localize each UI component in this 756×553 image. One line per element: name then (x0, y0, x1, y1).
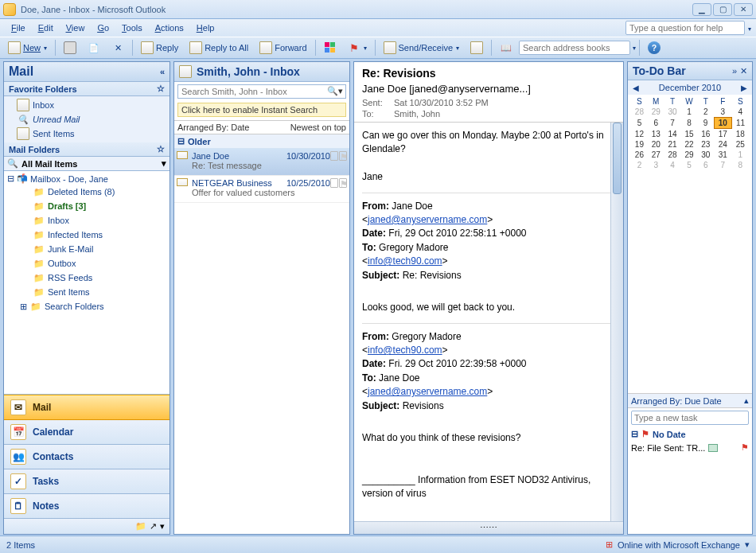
address-search-input[interactable] (519, 41, 630, 55)
calendar-day[interactable]: 24 (714, 139, 731, 150)
calendar-day[interactable]: 15 (681, 129, 698, 140)
calendar-day[interactable]: 31 (714, 150, 731, 160)
calendar-day[interactable]: 16 (697, 129, 714, 140)
fav-inbox[interactable]: Inbox (17, 98, 166, 112)
maximize-button[interactable]: ▢ (713, 3, 732, 16)
calendar-day[interactable]: 3 (648, 160, 664, 170)
folder-inbox[interactable]: 📁 Inbox (7, 213, 166, 228)
calendar-day[interactable]: 30 (664, 107, 681, 118)
calendar-day[interactable]: 29 (648, 107, 664, 118)
wunderbar-contacts[interactable]: 👥Contacts (4, 445, 170, 469)
category-placeholder[interactable] (330, 151, 338, 161)
folder-infected-items[interactable]: 📁 Infected Items (7, 228, 166, 242)
calendar-day[interactable]: 6 (648, 118, 664, 129)
calendar-day[interactable]: 13 (648, 129, 664, 140)
task-item[interactable]: Re: File Sent: TR... ⚑ (628, 441, 752, 454)
configure-buttons[interactable]: ▾ (160, 521, 165, 532)
search-icon[interactable]: 🔍▾ (327, 86, 343, 96)
calendar-day[interactable]: 28 (631, 107, 648, 118)
menu-file[interactable]: File (5, 21, 32, 34)
calendar-day[interactable]: 26 (631, 150, 648, 160)
group-older[interactable]: ⊟ Older (174, 134, 349, 149)
menu-help[interactable]: Help (190, 21, 221, 34)
calendar-day[interactable]: 5 (631, 118, 648, 129)
task-group-nodate[interactable]: ⊟ ⚑ No Date (628, 427, 752, 441)
folder-drafts[interactable]: 📁 Drafts [3] (7, 199, 166, 213)
calendar-day[interactable]: 23 (697, 139, 714, 150)
calendar-day[interactable]: 5 (681, 160, 698, 170)
prev-month-button[interactable]: ◀ (633, 84, 639, 92)
status-menu-button[interactable]: ▾ (745, 539, 750, 550)
calendar-day[interactable]: 6 (697, 160, 714, 170)
calendar-day[interactable]: 14 (664, 129, 681, 140)
menu-view[interactable]: View (60, 21, 92, 34)
task-arrange-header[interactable]: Arranged By: Due Date▴ (628, 393, 752, 408)
email-link[interactable]: info@tech90.com (368, 345, 442, 356)
fav-unread[interactable]: 🔍Unread Mail (17, 112, 166, 127)
address-book-button[interactable]: 📖 (495, 39, 517, 56)
calendar-day[interactable]: 29 (681, 150, 698, 160)
folder-junk-e-mail[interactable]: 📁 Junk E-Mail (7, 242, 166, 256)
print-button[interactable] (59, 39, 81, 56)
calendar-day[interactable]: 22 (681, 139, 698, 150)
calendar-day[interactable]: 20 (648, 139, 664, 150)
calendar-day[interactable]: 3 (714, 107, 731, 118)
list-search-input[interactable] (177, 84, 346, 99)
vertical-scrollbar[interactable] (610, 123, 623, 521)
menu-tools[interactable]: Tools (115, 21, 149, 34)
new-button[interactable]: New▾ (3, 39, 52, 56)
mail-folders-header[interactable]: Mail Folders☆ (4, 142, 170, 157)
arranged-by-button[interactable]: Arranged By: Date (174, 121, 262, 134)
calendar-day[interactable]: 8 (731, 160, 749, 170)
category-placeholder[interactable] (330, 178, 338, 188)
calendar-day[interactable]: 1 (731, 150, 749, 160)
categories-button[interactable] (319, 39, 341, 56)
folder-deleted-items[interactable]: 📁 Deleted Items (8) (7, 185, 166, 199)
calendar-day[interactable]: 17 (714, 129, 731, 140)
calendar-day[interactable]: 12 (631, 129, 648, 140)
forward-button[interactable]: Forward (255, 39, 311, 56)
collapse-nav-button[interactable]: « (160, 67, 165, 76)
delete-button[interactable]: ✕ (107, 39, 129, 56)
menu-edit[interactable]: Edit (32, 21, 60, 34)
send-receive-button[interactable]: Send/Receive▾ (379, 39, 465, 56)
folder-list-shortcut[interactable]: 📁 (135, 521, 146, 532)
menu-go[interactable]: Go (91, 21, 115, 34)
calendar-day[interactable]: 27 (648, 150, 664, 160)
menu-actions[interactable]: Actions (149, 21, 190, 34)
calendar-day[interactable]: 28 (664, 150, 681, 160)
folder-sent-items[interactable]: 📁 Sent Items (7, 285, 166, 299)
calendar-day[interactable]: 21 (664, 139, 681, 150)
calendar-day[interactable]: 8 (681, 118, 698, 129)
flag-placeholder[interactable]: ⚑ (339, 151, 347, 161)
fav-sent[interactable]: Sent Items (17, 127, 166, 141)
new-task-input[interactable] (631, 411, 749, 425)
help-button[interactable]: ? (643, 39, 665, 56)
calendar-day[interactable]: 1 (681, 107, 698, 118)
shortcuts-button[interactable]: ↗ (150, 521, 157, 532)
calendar-day[interactable]: 2 (631, 160, 648, 170)
folder-rss-feeds[interactable]: 📁 RSS Feeds (7, 271, 166, 285)
folder-search-folders[interactable]: ⊞ 📁 Search Folders (7, 299, 166, 313)
instant-search-banner[interactable]: Click here to enable Instant Search (177, 103, 346, 117)
mark-read-button[interactable] (466, 39, 488, 56)
flag-button[interactable]: ⚑▾ (343, 39, 372, 56)
calendar-day[interactable]: 7 (664, 118, 681, 129)
reply-all-button[interactable]: Reply to All (185, 39, 253, 56)
mailbox-root[interactable]: ⊟ 📬 Mailbox - Doe, Jane (7, 173, 166, 185)
calendar-day[interactable]: 4 (664, 160, 681, 170)
calendar-day[interactable]: 10 (714, 118, 731, 129)
expand-todo-button[interactable]: » (732, 66, 737, 76)
fav-folders-header[interactable]: Favorite Folders☆ (4, 82, 170, 96)
close-todo-button[interactable]: ✕ (740, 66, 747, 76)
calendar-day[interactable]: 4 (731, 107, 749, 118)
all-mail-items[interactable]: 🔍All Mail Items▾ (4, 157, 170, 171)
next-month-button[interactable]: ▶ (741, 84, 747, 92)
calendar-day[interactable]: 7 (714, 160, 731, 170)
wunderbar-notes[interactable]: 🗒Notes (4, 494, 170, 519)
minimize-button[interactable]: ▁ (692, 3, 711, 16)
email-link[interactable]: janed@anyservername.com (368, 386, 487, 397)
email-link[interactable]: info@tech90.com (368, 255, 442, 267)
sort-order-button[interactable]: Newest on top (262, 121, 349, 134)
calendar-day[interactable]: 25 (731, 139, 749, 150)
